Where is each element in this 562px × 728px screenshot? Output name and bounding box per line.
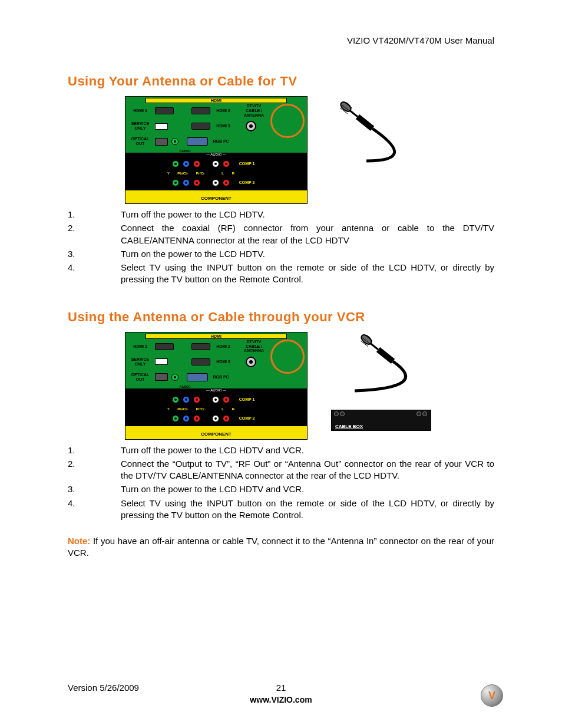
pr2-jack <box>193 179 200 186</box>
hdmi3-port <box>191 358 210 365</box>
comp2-label: COMP 2 <box>233 416 260 421</box>
section1-diagram: HDMI HDMI 1 HDMI 2 DTV/TV CABLE / ANTENN… <box>68 96 494 204</box>
r2-jack <box>223 179 230 186</box>
coax-connector <box>246 121 256 131</box>
y2-jack <box>172 179 179 186</box>
r-label: R <box>230 407 237 411</box>
service-label: SERVICE ONLY <box>125 357 155 366</box>
r2-jack <box>223 415 230 422</box>
section2-heading: Using the Antenna or Cable through your … <box>68 309 494 325</box>
footer-version: Version 5/26/2009 <box>68 683 269 693</box>
optical-label: OPTICAL OUT <box>125 373 155 381</box>
hdmi1-label: HDMI 1 <box>125 344 155 349</box>
comp1-label: COMP 1 <box>233 162 260 166</box>
l-jack <box>212 160 219 167</box>
r-label: R <box>230 172 237 175</box>
y-jack <box>172 396 179 403</box>
l-label: L <box>219 407 226 411</box>
rgbpc-label: RGB PC <box>208 375 234 380</box>
step-item: Turn on the power to the LCD HDTV. <box>68 248 494 260</box>
pr-jack <box>193 160 200 167</box>
section2-diagram: HDMI HDMI 1 HDMI 2 DTV/TV CABLE / ANTENN… <box>68 332 494 440</box>
hdmi3-port <box>191 123 210 130</box>
component-label: COMPONENT <box>201 431 232 437</box>
pb-jack <box>183 396 190 403</box>
note-label: Note: <box>68 536 90 546</box>
comp1-label: COMP 1 <box>233 397 260 402</box>
hdmi2-label: HDMI 2 <box>210 108 236 113</box>
l2-jack <box>212 179 219 186</box>
section1-steps: Turn off the power to the LCD HDTV. Conn… <box>68 209 494 286</box>
optical-port <box>155 138 168 146</box>
section1-heading: Using Your Antenna or Cable for TV <box>68 74 494 89</box>
pb-jack <box>183 160 190 167</box>
coax-cable-icon <box>331 96 437 167</box>
step-item: Select TV using the INPUT button on the … <box>68 262 494 286</box>
pr-jack <box>193 396 200 403</box>
cable-box-device: CABLE BOX <box>331 410 431 431</box>
service-port <box>155 123 168 130</box>
section2-steps: Turn off the power to the LCD HDTV and V… <box>68 444 494 522</box>
audio-jack <box>171 138 178 145</box>
y-label: Y <box>165 172 172 175</box>
highlight-circle-icon <box>270 104 305 138</box>
y-label: Y <box>165 407 172 411</box>
r-jack <box>223 160 230 167</box>
note-text: If you have an off-air antenna or cable … <box>68 536 494 558</box>
step-item: Select TV using the INPUT button on the … <box>68 498 494 522</box>
r-jack <box>223 396 230 403</box>
hdmi2-port <box>191 107 210 114</box>
pb2-jack <box>183 179 190 186</box>
optical-label: OPTICAL OUT <box>125 137 155 146</box>
tv-connector-panel: HDMI HDMI 1 HDMI 2 DTV/TV CABLE / ANTENN… <box>125 96 308 204</box>
note-paragraph: Note: If you have an off-air antenna or … <box>68 535 494 559</box>
pr-label: Pr/Cr <box>193 172 207 175</box>
hdmi1-label: HDMI 1 <box>125 108 155 113</box>
dtv-label: DTV/TV CABLE / ANTENNA <box>236 340 272 353</box>
manual-title: VIZIO VT420M/VT470M User Manual <box>68 35 494 45</box>
rgbpc-label: RGB PC <box>208 139 234 144</box>
pb-label: Pb/Cb <box>176 407 190 411</box>
step-item: Connect the coaxial (RF) connector from … <box>68 222 494 246</box>
service-label: SERVICE ONLY <box>125 121 155 130</box>
audio-header-label: AUDIO <box>210 388 222 392</box>
hdmi1-port <box>155 343 174 350</box>
footer-page-number: 21 <box>269 683 293 693</box>
y-jack <box>172 160 179 167</box>
page-footer: Version 5/26/2009 21 www.VIZIO.com <box>68 683 494 704</box>
hdmi-header-label: HDMI <box>146 98 287 103</box>
l-jack <box>212 396 219 403</box>
y2-jack <box>172 415 179 422</box>
component-label: COMPONENT <box>201 196 232 201</box>
l2-jack <box>212 415 219 422</box>
tv-connector-panel-2: HDMI HDMI 1 HDMI 2 DTV/TV CABLE / ANTENN… <box>125 332 308 440</box>
audio-header-label: AUDIO <box>210 153 222 156</box>
hdmi1-port <box>155 107 174 114</box>
vcr-diagram: CABLE BOX <box>331 332 437 431</box>
footer-url: www.VIZIO.com <box>68 695 494 704</box>
pr-label: Pr/Cr <box>193 407 207 411</box>
hdmi2-port <box>191 343 210 350</box>
step-item: Connect the “Output to TV”, “RF Out” or … <box>68 458 494 482</box>
step-item: Turn off the power to the LCD HDTV and V… <box>68 444 494 456</box>
vga-port <box>187 137 208 146</box>
step-item: Turn off the power to the LCD HDTV. <box>68 209 494 220</box>
hdmi3-label: HDMI 3 <box>210 124 236 129</box>
hdmi2-label: HDMI 2 <box>210 344 236 349</box>
highlight-circle-icon <box>270 340 305 374</box>
optical-port <box>155 373 168 381</box>
vizio-logo-icon: V <box>481 684 503 707</box>
audio-jack <box>171 374 178 381</box>
l-label: L <box>219 172 226 175</box>
cable-box-label: CABLE BOX <box>332 423 431 430</box>
dtv-label: DTV/TV CABLE / ANTENNA <box>236 104 272 117</box>
vga-port <box>187 373 208 381</box>
comp2-label: COMP 2 <box>233 180 260 185</box>
service-port <box>155 358 168 365</box>
hdmi3-label: HDMI 3 <box>210 360 236 364</box>
pr2-jack <box>193 415 200 422</box>
coax-connector <box>246 357 256 367</box>
pb-label: Pb/Cb <box>176 172 190 175</box>
step-item: Turn on the power to the LCD HDTV and VC… <box>68 483 494 495</box>
pb2-jack <box>183 415 190 422</box>
